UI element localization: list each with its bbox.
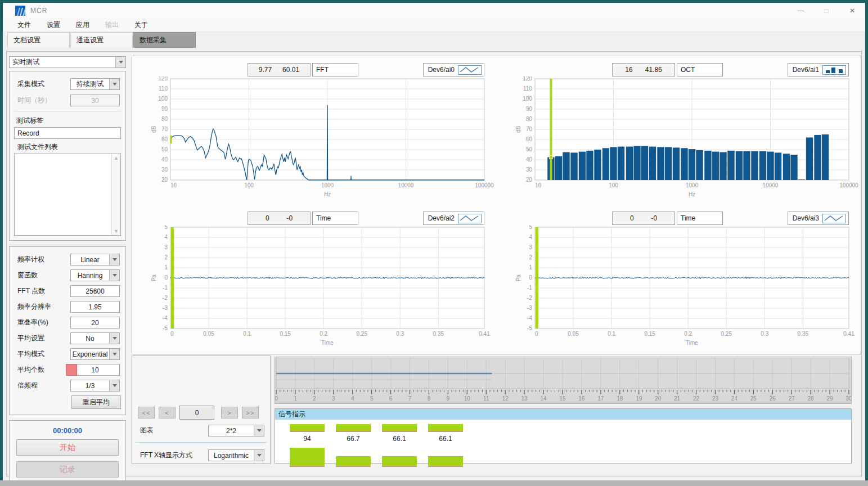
chevron-down-icon[interactable] [109,79,119,89]
svg-text:3: 3 [164,244,168,250]
menu-item-4[interactable]: 关于 [127,19,156,32]
divider [14,111,121,111]
svg-text:17: 17 [597,395,604,402]
channel-legend[interactable]: Dev6/ai0 [423,63,484,76]
chart-plot-1[interactable]: 2030405060708090100110120101001000100001… [497,76,861,205]
chart-type-field[interactable]: Time [312,212,358,225]
svg-text:120: 120 [158,76,168,82]
nav-last-button[interactable]: >> [242,407,259,418]
param-combo-5[interactable]: No [70,332,120,344]
svg-text:4: 4 [164,234,168,240]
start-button[interactable]: 开始 [16,439,119,456]
svg-text:15: 15 [559,395,566,402]
fft-xaxis-combo[interactable]: Logarithmic [208,449,264,461]
chevron-down-icon[interactable] [115,57,125,68]
scrollbar[interactable]: ▲ ▼ [111,154,120,235]
channel-legend[interactable]: Dev6/ai3 [788,212,849,225]
nav-prev-button[interactable]: < [159,407,176,418]
param-input-3[interactable]: 1.95 [70,301,120,313]
param-combo-0[interactable]: Linear [70,254,120,266]
svg-text:-2: -2 [163,295,168,301]
svg-text:100: 100 [244,182,254,188]
titlebar: MCR — □ ✕ [3,3,865,18]
chart-type-field[interactable]: FFT [312,63,358,76]
menu-item-0[interactable]: 文件 [10,19,39,32]
acq-mode-combo[interactable]: 持续测试 [70,78,120,90]
chevron-down-icon[interactable] [109,333,119,344]
chart-cell-3: 0-0TimeDev6/ai3-5-4-3-2-101234500.050.10… [497,205,861,353]
page-index-field[interactable]: 0 [179,406,214,420]
svg-text:2: 2 [313,395,316,402]
restart-average-button[interactable]: 重启平均 [71,395,121,409]
tab-0[interactable]: 文档设置 [7,32,70,48]
minimize-button[interactable]: — [788,3,813,18]
nav-first-button[interactable]: << [138,407,155,418]
svg-text:28: 28 [808,395,815,402]
chevron-down-icon[interactable] [254,450,264,461]
param-label: 频率分辨率 [14,302,70,312]
timeline-panel[interactable]: 0123456789101112131415161718192021222324… [275,357,852,404]
scroll-up-icon[interactable]: ▲ [114,155,119,161]
close-button[interactable]: ✕ [839,3,865,18]
chart-plot-2[interactable]: -5-4-3-2-101234500.050.10.150.20.250.30.… [132,225,497,353]
svg-text:-1: -1 [163,285,168,291]
chart-plot-0[interactable]: 2030405060708090100110120101001000100001… [132,76,497,205]
param-input-2[interactable]: 25600 [70,285,120,297]
svg-text:4: 4 [351,395,354,402]
param-row: 窗函数Hanning [14,269,121,281]
test-mode-combo[interactable]: 实时测试 [9,56,126,68]
cursor-readout: 0-0 [612,212,675,225]
test-tag-label: 测试标签 [14,116,121,125]
scroll-down-icon[interactable]: ▼ [114,228,119,234]
svg-text:0.35: 0.35 [798,331,809,337]
timeline-ruler[interactable]: 0123456789101112131415161718192021222324… [275,357,851,403]
chevron-down-icon[interactable] [109,349,119,359]
chart-plot-3[interactable]: -5-4-3-2-101234500.050.10.150.20.250.30.… [497,225,861,353]
svg-text:-3: -3 [527,305,532,311]
svg-text:120: 120 [523,76,532,82]
signal-level-slot [336,446,371,467]
chevron-down-icon[interactable] [254,425,264,436]
line-chart-icon [458,214,482,223]
maximize-button[interactable]: □ [813,3,839,18]
chart-header: 1641.86OCTDev6/ai1 [497,63,861,76]
param-label: 倍频程 [14,381,70,390]
cursor-x-value: 0 [630,214,634,222]
svg-text:20: 20 [526,177,533,183]
svg-text:1: 1 [294,395,297,402]
menu-item-3: 输出 [97,19,127,32]
param-input-4[interactable]: 20 [70,317,120,328]
svg-text:22: 22 [693,395,700,402]
svg-text:110: 110 [523,86,532,92]
svg-text:-2: -2 [527,295,532,301]
menu-item-1[interactable]: 设置 [39,19,68,32]
cursor-x-value: 16 [625,66,632,74]
svg-text:24: 24 [731,395,738,402]
test-file-list[interactable]: ▲ ▼ [14,154,121,236]
param-combo-1[interactable]: Hanning [70,269,120,281]
acq-time-input: 30 [70,94,120,106]
svg-text:0.05: 0.05 [203,331,214,337]
test-tag-input[interactable]: Record [14,127,121,139]
svg-text:3: 3 [529,244,532,250]
param-combo-6[interactable]: Exponential [70,348,120,360]
param-combo-8[interactable]: 1/3 [70,380,120,392]
chevron-down-icon[interactable] [109,254,119,265]
tab-2[interactable]: 数据采集 [133,32,196,48]
signal-level-slot [382,446,417,467]
tab-1[interactable]: 通道设置 [70,32,133,48]
svg-text:0.41: 0.41 [843,331,854,337]
app-icon [15,6,25,16]
channel-legend[interactable]: Dev6/ai1 [788,63,849,76]
chevron-down-icon[interactable] [109,380,119,391]
svg-text:0.3: 0.3 [396,331,404,337]
chart-layout-combo[interactable]: 2*2 [208,425,264,436]
menu-item-2[interactable]: 应用 [68,19,97,32]
svg-text:-5: -5 [527,325,532,331]
chart-type-field[interactable]: OCT [677,63,723,76]
chevron-down-icon[interactable] [109,270,119,281]
chart-type-field[interactable]: Time [677,212,723,225]
param-input-7[interactable]: 10 [70,364,120,376]
nav-next-button[interactable]: > [221,407,238,418]
channel-legend[interactable]: Dev6/ai2 [423,212,484,225]
